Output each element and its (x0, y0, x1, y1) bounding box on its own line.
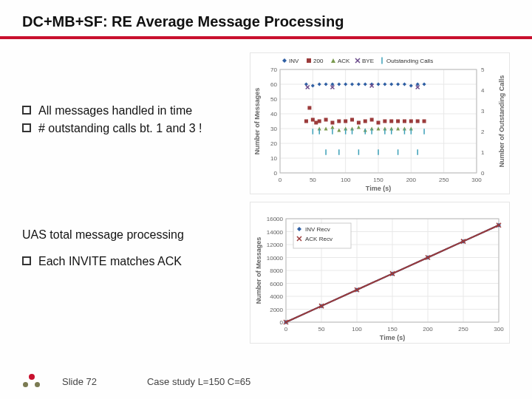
svg-text:0: 0 (279, 177, 282, 183)
svg-text:Time (s): Time (s) (366, 185, 391, 192)
svg-text:100: 100 (341, 177, 351, 183)
svg-text:10000: 10000 (267, 255, 284, 262)
svg-rect-44 (337, 120, 341, 123)
svg-text:5: 5 (481, 66, 485, 73)
svg-text:12000: 12000 (267, 242, 284, 248)
svg-rect-43 (330, 121, 334, 125)
svg-text:8000: 8000 (270, 267, 283, 274)
section2-label: UAS total message processing (22, 228, 244, 242)
bullet-1: All messages handled in time (22, 104, 244, 117)
svg-text:Time (s): Time (s) (380, 334, 405, 341)
svg-text:300: 300 (494, 326, 504, 332)
svg-text:0: 0 (284, 326, 288, 332)
svg-text:0: 0 (481, 170, 485, 177)
svg-text:20: 20 (270, 140, 277, 147)
svg-text:150: 150 (387, 326, 398, 332)
slide-number: Slide 72 (62, 376, 97, 387)
svg-rect-80 (307, 58, 311, 63)
svg-text:200: 200 (423, 326, 433, 332)
svg-rect-42 (324, 118, 328, 122)
svg-text:50: 50 (310, 177, 316, 183)
svg-rect-54 (403, 120, 406, 123)
bullet-2: # outstanding calls bt. 1 and 3 ! (22, 122, 244, 135)
svg-rect-40 (314, 121, 318, 125)
page-title: DC+MB+SF: RE Average Message Processing (22, 13, 510, 30)
svg-text:50: 50 (270, 96, 277, 103)
svg-text:30: 30 (270, 126, 277, 132)
svg-rect-37 (304, 120, 308, 123)
svg-text:300: 300 (471, 177, 482, 183)
svg-rect-55 (409, 120, 413, 123)
svg-text:250: 250 (458, 326, 468, 332)
svg-text:3: 3 (481, 108, 485, 115)
svg-text:10: 10 (270, 155, 277, 162)
svg-text:70: 70 (270, 66, 277, 73)
svg-rect-46 (350, 118, 354, 122)
svg-text:200: 200 (313, 58, 324, 64)
bullet-3: Each INVITE matches ACK (22, 255, 244, 268)
svg-text:6000: 6000 (270, 281, 283, 287)
case-study-label: Case study L=150 C=65 (147, 376, 250, 387)
svg-text:16000: 16000 (267, 216, 284, 222)
title-rule (0, 36, 532, 39)
svg-rect-49 (370, 118, 374, 122)
svg-text:40: 40 (270, 111, 277, 117)
svg-text:50: 50 (318, 326, 325, 332)
svg-rect-39 (311, 118, 315, 122)
svg-text:Number of Messages: Number of Messages (253, 88, 261, 155)
svg-text:4: 4 (481, 87, 485, 94)
chart-bottom: 0200040006000800010000120001400016000050… (250, 202, 510, 344)
svg-text:4000: 4000 (270, 293, 283, 300)
svg-text:ACK: ACK (338, 58, 350, 64)
svg-rect-51 (383, 120, 386, 123)
svg-text:BYE: BYE (362, 58, 374, 64)
svg-rect-45 (344, 120, 347, 123)
footer-logo-icon (22, 374, 41, 389)
svg-text:2: 2 (481, 129, 485, 135)
svg-text:100: 100 (352, 326, 362, 332)
svg-rect-47 (357, 121, 361, 125)
chart-top: 010203040506070012345050100150200250300T… (250, 52, 510, 194)
svg-text:INV Recv: INV Recv (305, 226, 330, 233)
svg-text:60: 60 (270, 81, 277, 88)
svg-text:Number of Outstanding Calls: Number of Outstanding Calls (498, 75, 505, 168)
svg-rect-48 (364, 120, 367, 123)
top-bullets: All messages handled in time # outstandi… (22, 104, 244, 140)
svg-rect-56 (416, 120, 420, 123)
svg-rect-50 (377, 121, 381, 125)
bottom-bullets: Each INVITE matches ACK (22, 255, 244, 268)
svg-text:2000: 2000 (270, 307, 283, 313)
svg-rect-57 (423, 120, 426, 123)
svg-text:1: 1 (481, 149, 485, 156)
svg-text:150: 150 (373, 177, 383, 183)
svg-text:Outstanding Calls: Outstanding Calls (386, 58, 433, 64)
svg-rect-38 (307, 106, 311, 110)
svg-text:ACK Recv: ACK Recv (305, 236, 332, 242)
svg-text:250: 250 (439, 177, 449, 183)
svg-text:INV: INV (289, 58, 299, 64)
svg-text:14000: 14000 (267, 229, 284, 236)
svg-text:200: 200 (406, 177, 417, 183)
svg-rect-52 (389, 120, 393, 123)
svg-text:Number of Messages: Number of Messages (255, 237, 262, 304)
svg-rect-53 (396, 120, 400, 123)
svg-text:0: 0 (280, 319, 284, 326)
svg-rect-41 (318, 120, 321, 123)
svg-text:0: 0 (274, 170, 278, 177)
